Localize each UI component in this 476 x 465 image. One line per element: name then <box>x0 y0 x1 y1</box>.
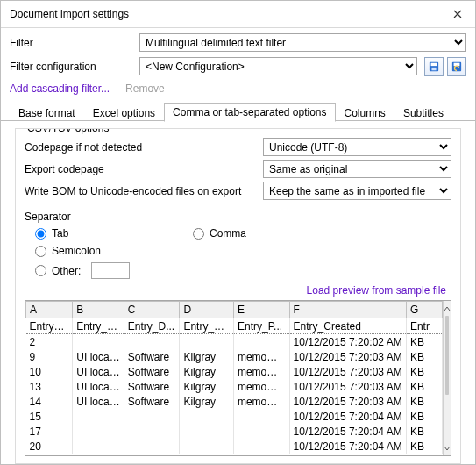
cell[interactable]: Entry_Created <box>289 318 406 334</box>
cell[interactable]: KB <box>406 439 442 454</box>
codepage-select[interactable]: Unicode (UTF-8) <box>263 138 451 156</box>
cell[interactable]: KB <box>406 409 442 424</box>
cell[interactable]: 17 <box>26 424 73 439</box>
cell[interactable]: 10/12/2015 7:20:03 AM <box>289 349 406 364</box>
cell[interactable] <box>124 439 180 454</box>
cell[interactable] <box>73 334 124 350</box>
separator-other-option[interactable]: Other: <box>35 262 193 279</box>
cell[interactable]: Software <box>124 364 180 379</box>
cell[interactable]: UI locali... <box>73 394 124 409</box>
table-row[interactable]: 210/12/2015 7:20:02 AMKB <box>26 334 443 350</box>
separator-comma-option[interactable]: Comma <box>193 227 451 240</box>
tab-csv-options[interactable]: Comma or tab-separated options <box>164 103 335 122</box>
cell[interactable]: Entry_D... <box>124 318 180 334</box>
cell[interactable]: memoQ ... <box>233 364 289 379</box>
export-codepage-select[interactable]: Same as original <box>263 160 451 178</box>
cell[interactable]: 10/12/2015 7:20:03 AM <box>289 394 406 409</box>
col-D[interactable]: D <box>180 302 234 318</box>
cell[interactable]: KB <box>406 394 442 409</box>
cell[interactable] <box>233 439 289 454</box>
cell[interactable]: Entr <box>406 318 442 334</box>
cell[interactable]: UI locali... <box>73 364 124 379</box>
separator-tab-option[interactable]: Tab <box>35 227 193 240</box>
cell[interactable]: Kilgray <box>180 379 234 394</box>
cell[interactable]: Entry_P... <box>233 318 289 334</box>
col-A[interactable]: A <box>26 302 73 318</box>
cell[interactable]: memoQ ... <box>233 349 289 364</box>
cell[interactable] <box>180 334 234 350</box>
config-select[interactable]: <New Configuration> <box>139 57 417 75</box>
close-button[interactable] <box>440 1 475 27</box>
cell[interactable]: UI locali... <box>73 379 124 394</box>
cell[interactable] <box>233 424 289 439</box>
cell[interactable] <box>233 334 289 350</box>
col-C[interactable]: C <box>124 302 180 318</box>
cell[interactable] <box>180 409 234 424</box>
tab-columns[interactable]: Columns <box>336 104 394 122</box>
preview-table[interactable]: A B C D E F G Entry_IDEntry_S...Entry_D.… <box>25 301 443 454</box>
cell[interactable]: 9 <box>26 349 73 364</box>
vertical-scrollbar[interactable] <box>443 301 451 455</box>
cell[interactable]: 10/12/2015 7:20:03 AM <box>289 379 406 394</box>
cell[interactable]: Kilgray <box>180 394 234 409</box>
cell[interactable]: Software <box>124 349 180 364</box>
cell[interactable] <box>233 409 289 424</box>
scroll-up-button[interactable] <box>444 301 451 316</box>
col-B[interactable]: B <box>73 302 124 318</box>
filter-select[interactable]: Multilingual delimited text filter <box>139 33 466 52</box>
cell[interactable]: Entry_ID <box>26 318 73 334</box>
tab-subtitles[interactable]: Subtitles <box>394 104 452 122</box>
cell[interactable]: Kilgray <box>180 364 234 379</box>
cell[interactable]: 14 <box>26 394 73 409</box>
cell[interactable]: Software <box>124 379 180 394</box>
cell[interactable]: 20 <box>26 439 73 454</box>
separator-tab-radio[interactable] <box>35 228 46 240</box>
scroll-down-button[interactable] <box>444 440 451 455</box>
table-row[interactable]: 14UI locali...SoftwareKilgraymemoQ ...10… <box>26 394 443 409</box>
cell[interactable] <box>124 334 180 350</box>
cell[interactable]: 10 <box>26 364 73 379</box>
cell[interactable]: KB <box>406 364 442 379</box>
separator-semicolon-option[interactable]: Semicolon <box>35 245 193 257</box>
cell[interactable]: KB <box>406 334 442 350</box>
cell[interactable]: 2 <box>26 334 73 350</box>
col-F[interactable]: F <box>289 302 406 318</box>
cell[interactable] <box>73 439 124 454</box>
cell[interactable]: 15 <box>26 409 73 424</box>
scroll-track[interactable] <box>444 316 451 440</box>
cell[interactable]: Software <box>124 394 180 409</box>
tab-base-format[interactable]: Base format <box>10 104 84 122</box>
separator-semicolon-radio[interactable] <box>35 246 46 257</box>
cell[interactable]: KB <box>406 379 442 394</box>
col-E[interactable]: E <box>233 302 289 318</box>
bom-select[interactable]: Keep the same as in imported file <box>263 182 451 200</box>
cell[interactable] <box>180 424 234 439</box>
cell[interactable]: 10/12/2015 7:20:04 AM <box>289 439 406 454</box>
save-config-button[interactable] <box>424 57 444 76</box>
cell[interactable]: KB <box>406 349 442 364</box>
scroll-thumb[interactable] <box>445 316 449 395</box>
separator-other-radio[interactable] <box>35 265 46 276</box>
cell[interactable]: KB <box>406 424 442 439</box>
cell[interactable]: memoQ ... <box>233 379 289 394</box>
cell[interactable] <box>124 424 180 439</box>
cell[interactable] <box>124 409 180 424</box>
table-row[interactable]: 10UI locali...SoftwareKilgraymemoQ ...10… <box>26 364 443 379</box>
cell[interactable]: UI locali... <box>73 349 124 364</box>
cell[interactable]: memoQ ... <box>233 394 289 409</box>
cell[interactable]: 10/12/2015 7:20:04 AM <box>289 424 406 439</box>
cell[interactable]: Kilgray <box>180 349 234 364</box>
cell[interactable]: Entry_S... <box>73 318 124 334</box>
tab-excel-options[interactable]: Excel options <box>84 104 164 122</box>
cell[interactable]: 10/12/2015 7:20:04 AM <box>289 409 406 424</box>
load-preview-link[interactable]: Load preview from sample file <box>25 284 451 297</box>
cell[interactable] <box>73 424 124 439</box>
table-row[interactable]: 1710/12/2015 7:20:04 AMKB <box>26 424 443 439</box>
cell[interactable] <box>180 439 234 454</box>
table-row[interactable]: 13UI locali...SoftwareKilgraymemoQ ...10… <box>26 379 443 394</box>
cell[interactable] <box>73 409 124 424</box>
cell[interactable]: 13 <box>26 379 73 394</box>
separator-comma-radio[interactable] <box>193 228 204 240</box>
table-row[interactable]: 9UI locali...SoftwareKilgraymemoQ ...10/… <box>26 349 443 364</box>
table-row[interactable]: 1510/12/2015 7:20:04 AMKB <box>26 409 443 424</box>
